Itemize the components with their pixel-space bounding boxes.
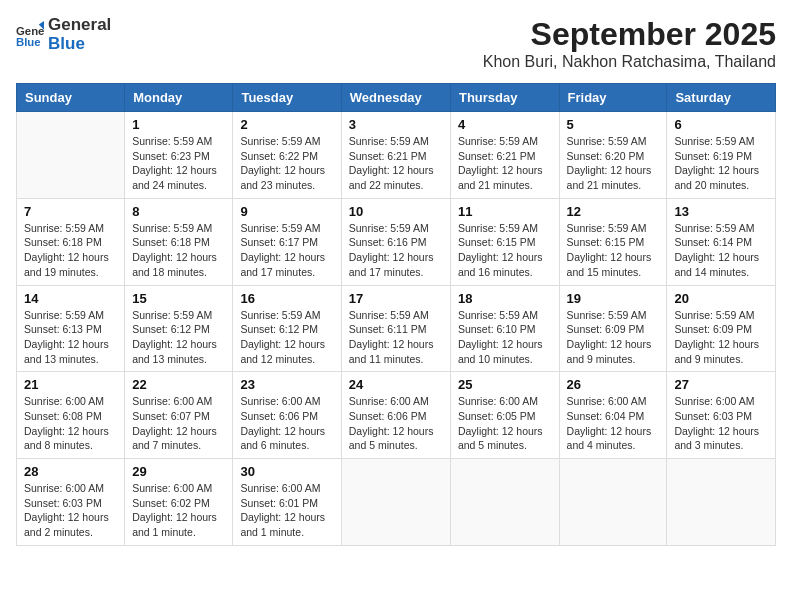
calendar-cell: 4Sunrise: 5:59 AM Sunset: 6:21 PM Daylig…	[450, 112, 559, 199]
day-number: 18	[458, 291, 552, 306]
title-area: September 2025 Khon Buri, Nakhon Ratchas…	[483, 16, 776, 71]
day-number: 28	[24, 464, 117, 479]
day-number: 22	[132, 377, 225, 392]
logo-blue: Blue	[48, 34, 85, 53]
day-number: 6	[674, 117, 768, 132]
location-title: Khon Buri, Nakhon Ratchasima, Thailand	[483, 53, 776, 71]
day-number: 16	[240, 291, 333, 306]
day-info: Sunrise: 5:59 AM Sunset: 6:20 PM Dayligh…	[567, 134, 660, 193]
calendar-cell: 8Sunrise: 5:59 AM Sunset: 6:18 PM Daylig…	[125, 198, 233, 285]
day-number: 11	[458, 204, 552, 219]
calendar-cell: 29Sunrise: 6:00 AM Sunset: 6:02 PM Dayli…	[125, 459, 233, 546]
day-info: Sunrise: 6:00 AM Sunset: 6:04 PM Dayligh…	[567, 394, 660, 453]
day-info: Sunrise: 5:59 AM Sunset: 6:17 PM Dayligh…	[240, 221, 333, 280]
calendar-cell	[450, 459, 559, 546]
day-info: Sunrise: 6:00 AM Sunset: 6:06 PM Dayligh…	[349, 394, 443, 453]
day-info: Sunrise: 5:59 AM Sunset: 6:14 PM Dayligh…	[674, 221, 768, 280]
day-number: 19	[567, 291, 660, 306]
day-number: 2	[240, 117, 333, 132]
calendar-cell: 9Sunrise: 5:59 AM Sunset: 6:17 PM Daylig…	[233, 198, 341, 285]
day-number: 29	[132, 464, 225, 479]
day-info: Sunrise: 6:00 AM Sunset: 6:08 PM Dayligh…	[24, 394, 117, 453]
day-info: Sunrise: 5:59 AM Sunset: 6:15 PM Dayligh…	[567, 221, 660, 280]
weekday-header-saturday: Saturday	[667, 84, 776, 112]
logo-text: General Blue	[48, 16, 111, 53]
calendar-cell: 12Sunrise: 5:59 AM Sunset: 6:15 PM Dayli…	[559, 198, 667, 285]
calendar-cell: 30Sunrise: 6:00 AM Sunset: 6:01 PM Dayli…	[233, 459, 341, 546]
day-number: 8	[132, 204, 225, 219]
day-number: 12	[567, 204, 660, 219]
calendar-cell: 10Sunrise: 5:59 AM Sunset: 6:16 PM Dayli…	[341, 198, 450, 285]
day-number: 27	[674, 377, 768, 392]
day-info: Sunrise: 6:00 AM Sunset: 6:06 PM Dayligh…	[240, 394, 333, 453]
calendar-cell	[667, 459, 776, 546]
day-info: Sunrise: 5:59 AM Sunset: 6:18 PM Dayligh…	[24, 221, 117, 280]
day-number: 3	[349, 117, 443, 132]
logo: General Blue General Blue	[16, 16, 111, 53]
calendar-cell: 5Sunrise: 5:59 AM Sunset: 6:20 PM Daylig…	[559, 112, 667, 199]
day-number: 7	[24, 204, 117, 219]
calendar-cell: 13Sunrise: 5:59 AM Sunset: 6:14 PM Dayli…	[667, 198, 776, 285]
week-row-2: 7Sunrise: 5:59 AM Sunset: 6:18 PM Daylig…	[17, 198, 776, 285]
day-number: 13	[674, 204, 768, 219]
week-row-4: 21Sunrise: 6:00 AM Sunset: 6:08 PM Dayli…	[17, 372, 776, 459]
day-number: 30	[240, 464, 333, 479]
calendar-cell	[341, 459, 450, 546]
day-number: 26	[567, 377, 660, 392]
calendar-cell: 21Sunrise: 6:00 AM Sunset: 6:08 PM Dayli…	[17, 372, 125, 459]
day-number: 20	[674, 291, 768, 306]
week-row-1: 1Sunrise: 5:59 AM Sunset: 6:23 PM Daylig…	[17, 112, 776, 199]
weekday-header-thursday: Thursday	[450, 84, 559, 112]
weekday-header-wednesday: Wednesday	[341, 84, 450, 112]
calendar-cell: 7Sunrise: 5:59 AM Sunset: 6:18 PM Daylig…	[17, 198, 125, 285]
calendar-cell	[17, 112, 125, 199]
calendar-cell: 11Sunrise: 5:59 AM Sunset: 6:15 PM Dayli…	[450, 198, 559, 285]
day-info: Sunrise: 6:00 AM Sunset: 6:03 PM Dayligh…	[24, 481, 117, 540]
weekday-header-friday: Friday	[559, 84, 667, 112]
calendar-cell: 17Sunrise: 5:59 AM Sunset: 6:11 PM Dayli…	[341, 285, 450, 372]
day-info: Sunrise: 5:59 AM Sunset: 6:21 PM Dayligh…	[458, 134, 552, 193]
day-info: Sunrise: 6:00 AM Sunset: 6:05 PM Dayligh…	[458, 394, 552, 453]
day-number: 15	[132, 291, 225, 306]
day-number: 14	[24, 291, 117, 306]
day-info: Sunrise: 6:00 AM Sunset: 6:03 PM Dayligh…	[674, 394, 768, 453]
week-row-5: 28Sunrise: 6:00 AM Sunset: 6:03 PM Dayli…	[17, 459, 776, 546]
calendar-cell: 1Sunrise: 5:59 AM Sunset: 6:23 PM Daylig…	[125, 112, 233, 199]
day-info: Sunrise: 5:59 AM Sunset: 6:09 PM Dayligh…	[567, 308, 660, 367]
calendar-cell: 3Sunrise: 5:59 AM Sunset: 6:21 PM Daylig…	[341, 112, 450, 199]
calendar-cell: 27Sunrise: 6:00 AM Sunset: 6:03 PM Dayli…	[667, 372, 776, 459]
day-info: Sunrise: 5:59 AM Sunset: 6:13 PM Dayligh…	[24, 308, 117, 367]
day-info: Sunrise: 5:59 AM Sunset: 6:11 PM Dayligh…	[349, 308, 443, 367]
day-info: Sunrise: 6:00 AM Sunset: 6:02 PM Dayligh…	[132, 481, 225, 540]
day-info: Sunrise: 6:00 AM Sunset: 6:07 PM Dayligh…	[132, 394, 225, 453]
day-info: Sunrise: 5:59 AM Sunset: 6:12 PM Dayligh…	[240, 308, 333, 367]
calendar-cell: 26Sunrise: 6:00 AM Sunset: 6:04 PM Dayli…	[559, 372, 667, 459]
week-row-3: 14Sunrise: 5:59 AM Sunset: 6:13 PM Dayli…	[17, 285, 776, 372]
calendar-cell: 16Sunrise: 5:59 AM Sunset: 6:12 PM Dayli…	[233, 285, 341, 372]
calendar-cell: 20Sunrise: 5:59 AM Sunset: 6:09 PM Dayli…	[667, 285, 776, 372]
day-number: 17	[349, 291, 443, 306]
day-number: 24	[349, 377, 443, 392]
day-info: Sunrise: 5:59 AM Sunset: 6:10 PM Dayligh…	[458, 308, 552, 367]
day-info: Sunrise: 5:59 AM Sunset: 6:19 PM Dayligh…	[674, 134, 768, 193]
day-number: 10	[349, 204, 443, 219]
day-info: Sunrise: 5:59 AM Sunset: 6:21 PM Dayligh…	[349, 134, 443, 193]
calendar-cell: 15Sunrise: 5:59 AM Sunset: 6:12 PM Dayli…	[125, 285, 233, 372]
day-info: Sunrise: 5:59 AM Sunset: 6:15 PM Dayligh…	[458, 221, 552, 280]
day-number: 5	[567, 117, 660, 132]
calendar-cell: 18Sunrise: 5:59 AM Sunset: 6:10 PM Dayli…	[450, 285, 559, 372]
day-info: Sunrise: 5:59 AM Sunset: 6:23 PM Dayligh…	[132, 134, 225, 193]
day-number: 23	[240, 377, 333, 392]
calendar-cell: 14Sunrise: 5:59 AM Sunset: 6:13 PM Dayli…	[17, 285, 125, 372]
weekday-header-sunday: Sunday	[17, 84, 125, 112]
day-number: 9	[240, 204, 333, 219]
logo-general: General	[48, 15, 111, 34]
weekday-header-row: SundayMondayTuesdayWednesdayThursdayFrid…	[17, 84, 776, 112]
day-info: Sunrise: 5:59 AM Sunset: 6:12 PM Dayligh…	[132, 308, 225, 367]
day-info: Sunrise: 5:59 AM Sunset: 6:09 PM Dayligh…	[674, 308, 768, 367]
svg-text:Blue: Blue	[16, 35, 41, 47]
day-number: 4	[458, 117, 552, 132]
day-number: 21	[24, 377, 117, 392]
calendar-cell: 19Sunrise: 5:59 AM Sunset: 6:09 PM Dayli…	[559, 285, 667, 372]
calendar-cell: 22Sunrise: 6:00 AM Sunset: 6:07 PM Dayli…	[125, 372, 233, 459]
